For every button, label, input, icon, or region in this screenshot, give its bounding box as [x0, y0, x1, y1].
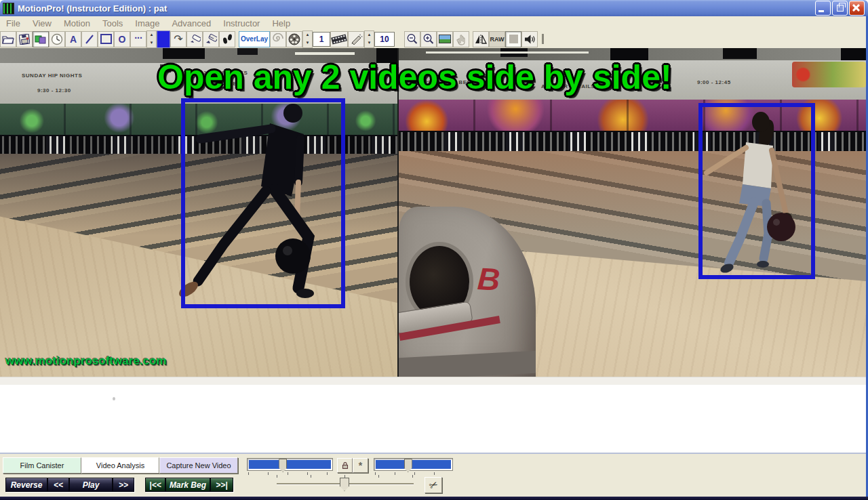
redo-button[interactable]: ↷: [170, 31, 186, 47]
ceiling-light: [426, 51, 589, 54]
zoom-out-icon: [406, 33, 418, 45]
right-trackbar-fill: [376, 460, 451, 469]
speaker-button[interactable]: [521, 31, 538, 47]
menu-view[interactable]: View: [26, 17, 58, 30]
timer-button[interactable]: [49, 31, 65, 47]
footprints-icon: [221, 33, 233, 45]
raw-toggle-button[interactable]: RAW: [489, 31, 505, 47]
film-reel-button[interactable]: [286, 31, 302, 47]
menu-file[interactable]: File: [0, 17, 26, 30]
minimize-button[interactable]: [815, 1, 831, 16]
save-disk-icon: [19, 34, 30, 45]
right-video-trackbar[interactable]: [374, 458, 453, 471]
highlighter-button[interactable]: [203, 31, 219, 47]
play-button[interactable]: Play: [69, 478, 113, 492]
zoom-in-button[interactable]: [420, 31, 437, 47]
pan-button[interactable]: [453, 31, 469, 47]
airbrush-button[interactable]: [348, 31, 364, 47]
right-video-panel[interactable]: 15¢ PER GM AT BEST ASK FOR DETAILS 9:00 …: [399, 48, 866, 377]
minimize-icon: [818, 10, 824, 12]
pen-size-spinner[interactable]: ▲ ▼: [146, 30, 157, 48]
tab-video-analysis[interactable]: Video Analysis: [81, 457, 159, 474]
lock-icon: [341, 461, 349, 470]
speaker-box: [723, 48, 757, 59]
filmstrip-button[interactable]: [330, 31, 348, 47]
rect-tool-button[interactable]: [98, 31, 114, 47]
spiral-button[interactable]: [270, 31, 286, 47]
dots-tool-button[interactable]: ...: [130, 31, 146, 47]
step-forward-button[interactable]: >>: [113, 478, 134, 492]
footprints-button[interactable]: [219, 31, 235, 47]
stop-square-icon: [509, 35, 518, 43]
smooth-level-input[interactable]: [374, 32, 395, 47]
tab-film-canister[interactable]: Film Canister: [3, 457, 81, 474]
smooth-spinner[interactable]: ▲ ▼: [364, 30, 374, 48]
left-trackbar-thumb[interactable]: [279, 459, 287, 472]
ellipse-tool-button[interactable]: O: [114, 31, 130, 47]
rect-tool-icon: [100, 34, 112, 44]
video-area: SUNDAY HIP NIGHTS 9:30 - 12:30 2nd TUESD…: [0, 48, 868, 377]
goto-start-button[interactable]: |<<: [145, 478, 165, 492]
airbrush-icon: [349, 33, 363, 45]
right-trackbar-thumb[interactable]: [404, 459, 412, 472]
ceiling-light: [295, 52, 355, 55]
left-video-panel[interactable]: SUNDAY HIP NIGHTS 9:30 - 12:30 2nd TUESD…: [0, 48, 397, 377]
left-annotation-rect[interactable]: [181, 98, 345, 308]
gear-icon: *: [359, 460, 362, 471]
overlay-frames-button[interactable]: [33, 31, 49, 47]
menu-tools[interactable]: Tools: [96, 17, 129, 30]
lock-button[interactable]: [337, 458, 353, 473]
zoom-in-icon: [422, 33, 435, 45]
mirror-button[interactable]: [473, 31, 489, 47]
speed-slider-thumb[interactable]: [340, 478, 349, 491]
tab-capture-new-video[interactable]: Capture New Video: [159, 457, 238, 474]
image-icon: [439, 35, 451, 43]
stop-frame-button[interactable]: [505, 31, 521, 47]
overlay-toggle-button[interactable]: OverLay: [239, 31, 270, 47]
restore-button[interactable]: [832, 1, 848, 16]
toolbar: A O ... ▲ ▼ ↷ OverLay: [0, 30, 868, 49]
filmstrip-icon: [331, 33, 347, 45]
line-tool-icon: [85, 34, 94, 45]
menu-motion[interactable]: Motion: [58, 17, 96, 30]
color-swatch-button[interactable]: [157, 30, 170, 48]
frame-step-input[interactable]: [313, 32, 330, 47]
machine-logo: B: [477, 260, 501, 298]
goto-end-button[interactable]: >>|: [210, 478, 233, 492]
spinner-up-icon[interactable]: ▲: [365, 31, 374, 39]
fit-image-button[interactable]: [437, 31, 453, 47]
save-button[interactable]: [16, 31, 33, 47]
menu-image[interactable]: Image: [129, 17, 165, 30]
step-back-button[interactable]: <<: [47, 478, 69, 492]
spinner-down-icon[interactable]: ▼: [365, 39, 374, 47]
menu-instructor[interactable]: Instructor: [217, 17, 266, 30]
overlay-frames-icon: [35, 35, 47, 44]
zoom-out-button[interactable]: [404, 31, 420, 47]
speaker-box: [163, 48, 205, 59]
left-video-trackbar[interactable]: [247, 458, 333, 471]
workspace-blank: [0, 385, 868, 453]
close-button[interactable]: [849, 1, 865, 16]
marker-button[interactable]: [186, 31, 203, 47]
spinner-up-icon[interactable]: ▲: [303, 31, 312, 39]
left-trackbar-fill: [249, 460, 331, 469]
spinner-down-icon[interactable]: ▼: [147, 39, 156, 47]
spiral-icon: [272, 33, 284, 45]
sync-button[interactable]: *: [353, 458, 368, 473]
caption-headline: Open any 2 videos side by side!: [157, 60, 835, 94]
title-bar[interactable]: MotionPro! (Instructor Edition) : pat: [0, 0, 868, 16]
spinner-down-icon[interactable]: ▼: [303, 39, 312, 47]
wall-sign: SUNDAY HIP NIGHTS: [22, 72, 82, 79]
reverse-button[interactable]: Reverse: [5, 478, 47, 492]
line-tool-button[interactable]: [81, 31, 98, 47]
menu-advanced[interactable]: Advanced: [165, 17, 217, 30]
window-title: MotionPro! (Instructor Edition) : pat: [18, 3, 167, 14]
trim-button[interactable]: ✂: [425, 477, 442, 493]
frame-step-spinner[interactable]: ▲ ▼: [302, 30, 313, 48]
text-tool-button[interactable]: A: [65, 31, 81, 47]
right-annotation-rect[interactable]: [698, 103, 815, 279]
spinner-up-icon[interactable]: ▲: [147, 31, 156, 39]
open-file-button[interactable]: [0, 31, 16, 47]
mark-beg-button[interactable]: Mark Beg: [165, 478, 210, 492]
menu-help[interactable]: Help: [266, 17, 296, 30]
